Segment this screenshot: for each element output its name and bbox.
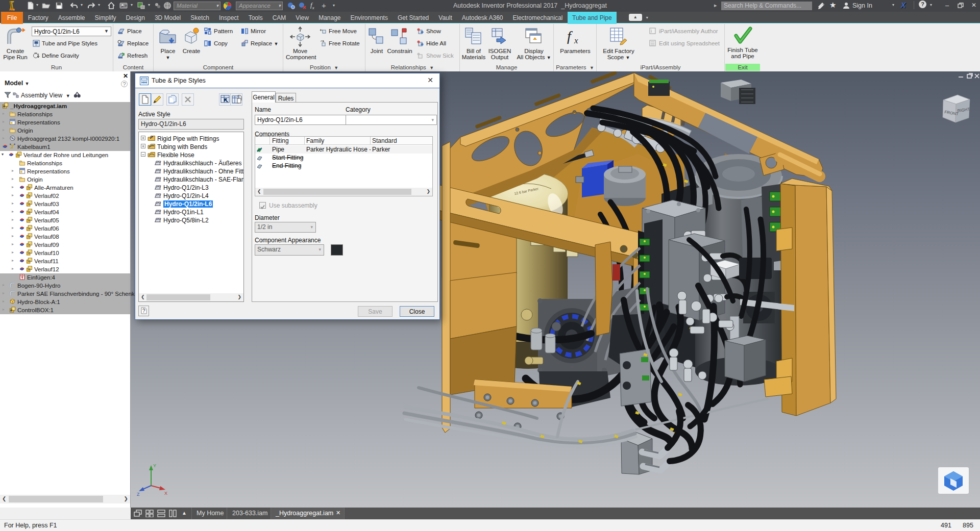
svg-text:i: i [651, 29, 652, 34]
svg-text:Y: Y [153, 463, 156, 468]
svg-text:x: x [574, 36, 578, 45]
svg-text:Z: Z [137, 492, 140, 497]
svg-text:f: f [567, 28, 573, 44]
svg-text:?: ? [142, 308, 145, 314]
svg-text:X: X [164, 491, 167, 496]
svg-text:PRO: PRO [9, 8, 15, 11]
